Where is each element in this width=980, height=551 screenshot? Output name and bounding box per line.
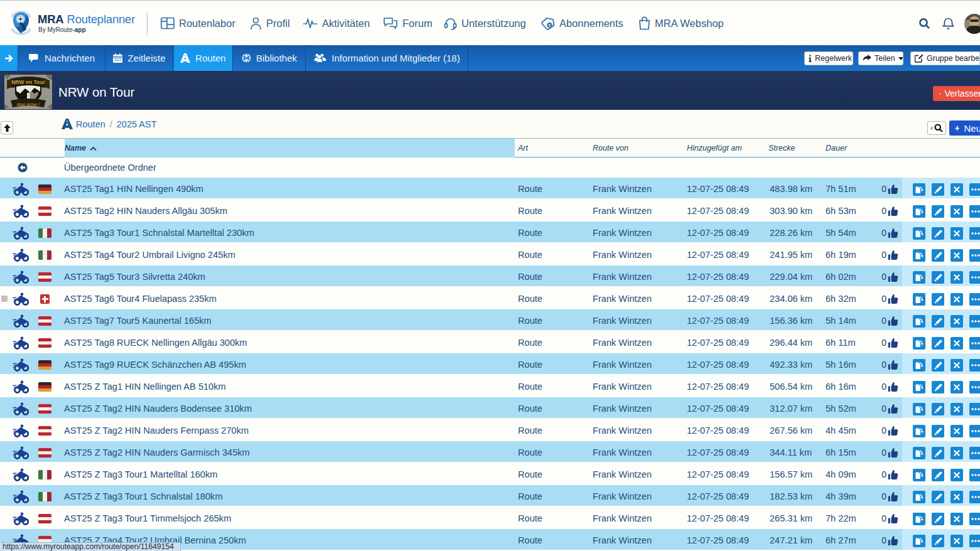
svg-text:Aber sicher !: Aber sicher !	[17, 102, 40, 107]
